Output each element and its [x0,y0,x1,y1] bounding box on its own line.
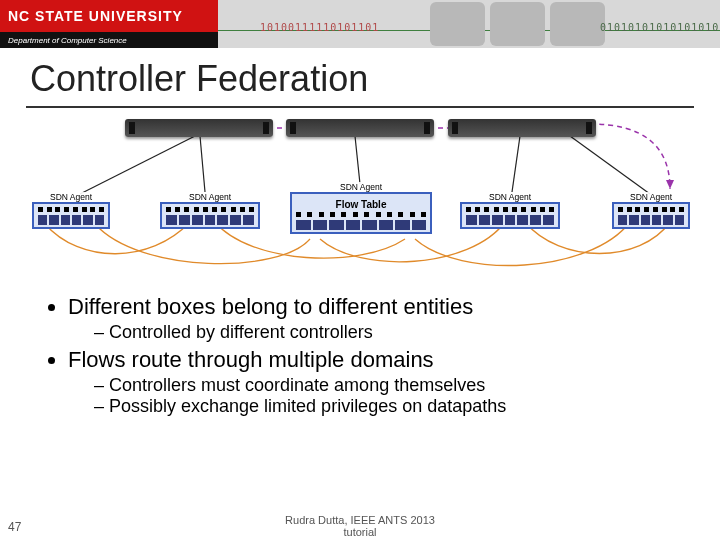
wolf-graphic [550,2,605,46]
controller-box [286,119,434,137]
svg-line-1 [200,136,205,192]
binary-decor-left: 10100111110101101 [260,22,379,33]
wolf-graphic [490,2,545,46]
slide-title: Controller Federation [0,48,720,106]
sdn-agent-label: SDN Agent [32,192,110,202]
bullet-2-sub-2: Possibly exchange limited privileges on … [94,396,684,417]
svg-marker-11 [666,180,674,189]
wolf-graphic [430,2,485,46]
sdn-agent-label: SDN Agent [460,192,560,202]
title-underline [26,106,694,108]
sdn-agent-label: SDN Agent [612,192,690,202]
sdn-switch: SDN Agent [612,192,690,229]
bullet-1: Different boxes belong to different enti… [68,294,684,343]
sdn-switch-center: SDN Agent Flow Table [290,182,432,234]
footer-citation: Rudra Dutta, IEEE ANTS 2013 tutorial [0,514,720,540]
controller-box [448,119,596,137]
university-logo: NC STATE UNIVERSITY [0,0,218,32]
binary-decor-right: 01010101010101010 [600,22,719,33]
sdn-switch: SDN Agent [32,192,110,229]
diagram-area: SDN Agent SDN Agent SDN Agent Flow Table… [0,114,720,294]
svg-line-0 [80,136,195,194]
slide-body: Different boxes belong to different enti… [0,294,720,417]
sdn-agent-label: SDN Agent [160,192,260,202]
svg-line-2 [355,136,360,184]
bullet-2-sub-1: Controllers must coordinate among themse… [94,375,684,396]
sdn-switch: SDN Agent [160,192,260,229]
bullet-2: Flows route through multiple domains Con… [68,347,684,417]
sdn-agent-label: SDN Agent [290,182,432,192]
svg-line-4 [570,136,650,194]
controller-box [125,119,273,137]
header-banner: NC STATE UNIVERSITY Department of Comput… [0,0,720,48]
svg-line-3 [512,136,520,192]
flow-table-label: Flow Table [296,199,426,210]
bullet-1-sub-1: Controlled by different controllers [94,322,684,343]
sdn-switch: SDN Agent [460,192,560,229]
department-bar: Department of Computer Science [0,32,218,48]
